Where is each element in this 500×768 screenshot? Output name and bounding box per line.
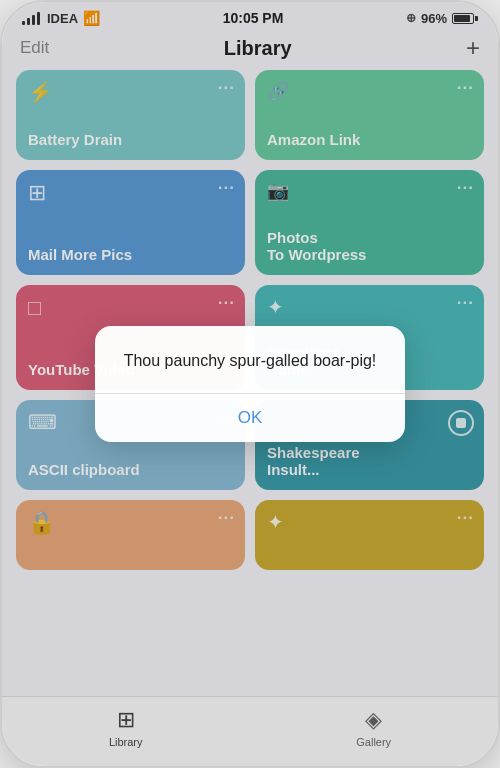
- dialog-overlay: Thou paunchy spur-galled boar-pig! OK: [2, 2, 498, 766]
- dialog-ok-button[interactable]: OK: [115, 394, 385, 442]
- dialog-message: Thou paunchy spur-galled boar-pig!: [115, 350, 385, 372]
- dialog-box: Thou paunchy spur-galled boar-pig! OK: [95, 326, 405, 441]
- phone-frame: IDEA 📶 10:05 PM ⊕ 96% Edit Library +: [0, 0, 500, 768]
